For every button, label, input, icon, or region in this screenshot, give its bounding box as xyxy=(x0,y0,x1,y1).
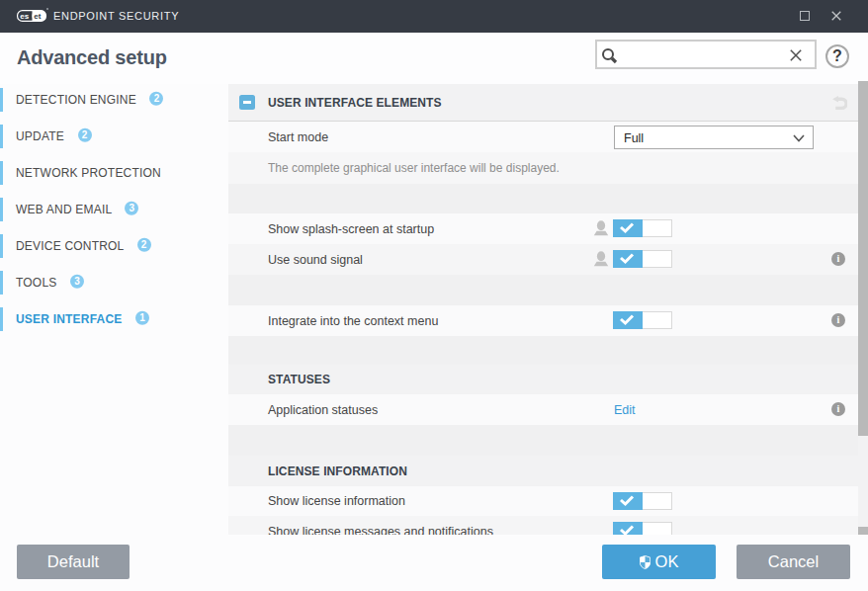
svg-text:es: es xyxy=(20,12,29,21)
svg-text:et: et xyxy=(34,12,41,21)
